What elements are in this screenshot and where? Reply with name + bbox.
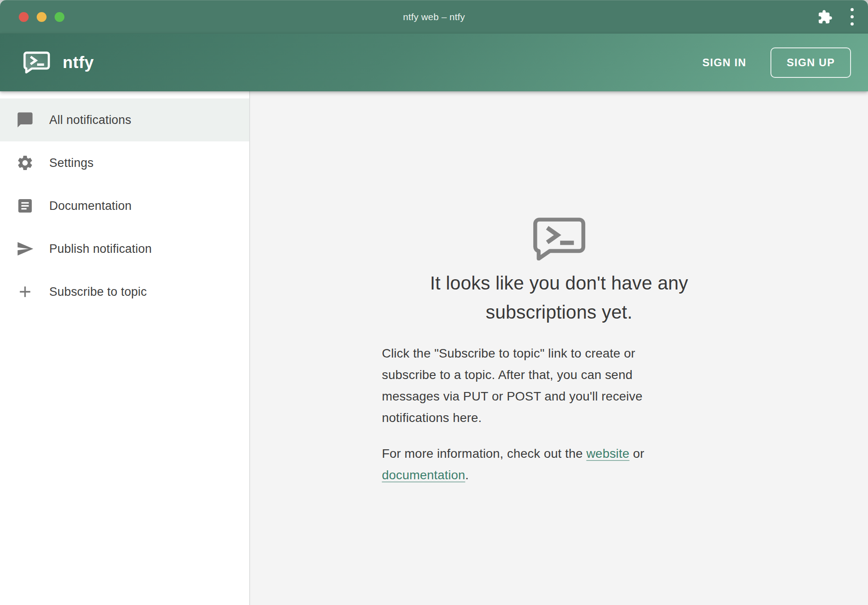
titlebar: ntfy web – ntfy bbox=[0, 0, 868, 34]
kebab-menu-icon[interactable] bbox=[848, 6, 856, 27]
brand: ntfy bbox=[23, 51, 94, 73]
puzzle-piece-icon[interactable] bbox=[817, 9, 833, 25]
app-header: ntfy SIGN IN SIGN UP bbox=[0, 34, 868, 91]
sidebar-item-label: Subscribe to topic bbox=[49, 285, 147, 299]
window-title: ntfy web – ntfy bbox=[0, 12, 868, 22]
article-icon bbox=[16, 197, 34, 215]
empty-state-paragraph-1: Click the "Subscribe to topic" link to c… bbox=[382, 343, 686, 429]
sidebar-item-subscribe-to-topic[interactable]: Subscribe to topic bbox=[0, 270, 249, 313]
app-window: ntfy web – ntfy bbox=[0, 0, 868, 605]
minimize-window-button[interactable] bbox=[37, 12, 47, 22]
paragraph-text: or bbox=[630, 447, 644, 460]
sidebar-item-label: All notifications bbox=[49, 113, 132, 127]
traffic-lights bbox=[19, 0, 64, 34]
sidebar-item-label: Settings bbox=[49, 156, 94, 170]
paragraph-text: Click the "Subscribe to topic" link to c… bbox=[382, 346, 643, 425]
sign-up-button[interactable]: SIGN UP bbox=[770, 47, 851, 78]
zoom-window-button[interactable] bbox=[55, 12, 64, 22]
auth-actions: SIGN IN SIGN UP bbox=[693, 47, 851, 78]
main-content: It looks like you don't have any subscri… bbox=[250, 91, 868, 605]
empty-state-heading: It looks like you don't have any subscri… bbox=[382, 268, 736, 327]
website-link[interactable]: website bbox=[586, 447, 629, 460]
send-icon bbox=[16, 240, 34, 258]
titlebar-actions bbox=[817, 0, 856, 34]
app-name: ntfy bbox=[63, 53, 94, 72]
sign-in-button[interactable]: SIGN IN bbox=[693, 50, 756, 75]
sidebar-item-documentation[interactable]: Documentation bbox=[0, 184, 249, 227]
documentation-link[interactable]: documentation bbox=[382, 468, 465, 482]
empty-state-paragraph-2: For more information, check out the webs… bbox=[382, 443, 686, 486]
empty-state: It looks like you don't have any subscri… bbox=[382, 217, 736, 486]
ntfy-terminal-bubble-icon bbox=[23, 51, 50, 73]
sidebar-item-label: Publish notification bbox=[49, 242, 152, 256]
paragraph-text: For more information, check out the bbox=[382, 447, 587, 460]
paragraph-text: . bbox=[465, 468, 469, 482]
chat-bubble-icon bbox=[16, 111, 34, 129]
sidebar-item-label: Documentation bbox=[49, 199, 132, 213]
gear-icon bbox=[16, 154, 34, 172]
sidebar-item-publish-notification[interactable]: Publish notification bbox=[0, 227, 249, 270]
sidebar-item-all-notifications[interactable]: All notifications bbox=[0, 98, 249, 141]
ntfy-terminal-bubble-icon bbox=[532, 217, 587, 260]
content-row: All notifications Settings Documentation… bbox=[0, 91, 868, 605]
sidebar-item-settings[interactable]: Settings bbox=[0, 141, 249, 184]
plus-icon bbox=[16, 283, 34, 301]
sidebar: All notifications Settings Documentation… bbox=[0, 91, 250, 605]
close-window-button[interactable] bbox=[19, 12, 29, 22]
